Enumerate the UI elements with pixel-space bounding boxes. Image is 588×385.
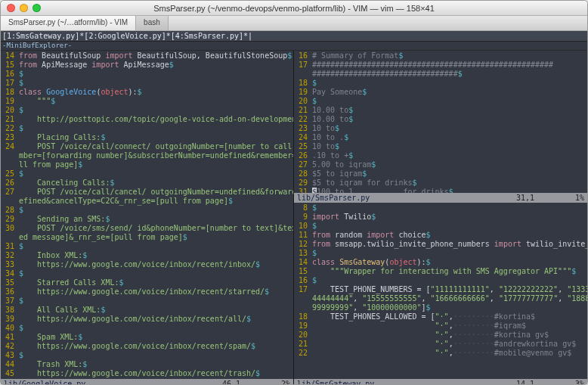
status-right-top: lib/SmsParser.py 31,1 1% (294, 193, 587, 203)
code-line: 25$ (1, 169, 293, 179)
line-text: $ (19, 169, 293, 179)
code-line: mber=[forwarding number]&subscriberNumbe… (1, 151, 293, 160)
line-text: .10 to +$ (312, 151, 587, 160)
line-text: $ (19, 269, 293, 278)
code-line: 19 "·",·········#iqram$ (294, 321, 587, 331)
code-line: 99999999", "10000000000"]$ (294, 303, 587, 312)
window-title: SmsParser.py (~/venmo-devops/venmo-platf… (153, 4, 435, 13)
code-line: 15from ApiMessage import ApiMessage$ (1, 61, 293, 70)
tab-bash[interactable]: bash (136, 16, 169, 30)
line-text: class SmsGateway(object):$ (312, 258, 587, 267)
line-text: $ (312, 276, 587, 285)
line-text: http://posttopic.com/topic/google-voice-… (19, 115, 293, 124)
line-number: 9 (294, 213, 312, 222)
line-number: 22 (294, 349, 312, 358)
line-number: 35 (1, 278, 19, 287)
line-text: $5 to iqram$ (312, 169, 587, 179)
pane-right-bottom[interactable]: 8$9import Twilio$10$11from random import… (294, 203, 587, 384)
line-number: 17 (294, 285, 312, 294)
line-number: 43 (1, 351, 19, 360)
line-text: All Calls XML:$ (19, 306, 293, 315)
code-line: 18class GoogleVoice(object):$ (1, 88, 293, 97)
line-text: 99999999", "10000000000"]$ (312, 303, 587, 312)
status-left: lib/GoogleVoice.py 46,1 2% (1, 379, 293, 384)
code-smsgateway[interactable]: 8$9import Twilio$10$11from random import… (294, 203, 587, 379)
code-line: 37$ (1, 297, 293, 306)
code-line: 21 http://posttopic.com/topic/google-voi… (1, 115, 293, 124)
line-number: 42 (1, 342, 19, 351)
line-number: 10 (294, 222, 312, 231)
terminal-content[interactable]: [1:SmsGateway.py]*[2:GoogleVoice.py]*[4:… (1, 31, 587, 384)
pane-right-top[interactable]: 16# Summary of Format$17################… (294, 51, 587, 203)
code-line: 18 TEST_PHONES_ALLOWED = ["·",·········#… (294, 312, 587, 321)
code-line: 19 """$ (1, 97, 293, 106)
code-line: 32 Inbox XML:$ (1, 251, 293, 260)
status-file: lib/GoogleVoice.py (4, 380, 222, 384)
line-number (1, 197, 19, 206)
line-number: 17 (1, 79, 19, 88)
line-text: TEST_PHONES_ALLOWED = ["·",·········#kor… (312, 312, 587, 321)
line-number: 40 (1, 324, 19, 333)
line-number: 26 (1, 179, 19, 188)
line-number: 28 (1, 206, 19, 215)
titlebar[interactable]: SmsParser.py (~/venmo-devops/venmo-platf… (1, 1, 587, 16)
code-line: ll from page]$ (1, 160, 293, 169)
code-smsparser[interactable]: 16# Summary of Format$17################… (294, 51, 587, 193)
line-text: "·",·········#mobile@venmo gv$ (312, 349, 587, 358)
code-line: 23 Placing Calls:$ (1, 133, 293, 142)
code-line: 9import Twilio$ (294, 213, 587, 222)
line-text: from smsapp.twilio_invite_phone_numbers … (312, 240, 587, 249)
code-line: 22 "·",·········#mobile@venmo gv$ (294, 349, 587, 358)
line-text: ed message]&_rnr_se=[pull from page]$ (19, 233, 293, 242)
status-pct: 1% (562, 194, 584, 202)
tab-vim[interactable]: SmsParser.py (~/…atform/lib) - VIM (1, 16, 136, 30)
code-line: 18$ (294, 79, 587, 88)
line-number: 32 (1, 251, 19, 260)
tab-bar: SmsParser.py (~/…atform/lib) - VIM bash (1, 16, 587, 31)
zoom-icon[interactable] (32, 4, 41, 12)
line-text: https://www.google.com/voice/inbox/recen… (19, 369, 293, 378)
status-file: lib/SmsGateway.py (297, 380, 516, 384)
line-number: 22 (294, 115, 312, 124)
code-line: 44 Trash XML:$ (1, 360, 293, 369)
code-line: 31$ (1, 242, 293, 251)
minibuf-explorer: -MiniBufExplorer- (1, 42, 587, 51)
line-number: 27 (1, 188, 19, 197)
line-text: """Wrapper for interacting with SMS Aggr… (312, 267, 587, 276)
code-line: 21 "·",·········#andrewkortina gv$ (294, 340, 587, 349)
code-line: 2510 to$ (294, 142, 587, 151)
line-text: $ (312, 97, 587, 106)
line-text: ########################################… (312, 61, 587, 70)
code-line: 30 POST /voice/sms/send/ id&phoneNumber=… (1, 224, 293, 233)
code-line: 41 Spam XML:$ (1, 333, 293, 342)
line-number (1, 233, 19, 242)
line-number: 36 (1, 287, 19, 297)
buffer-list: [1:SmsGateway.py]*[2:GoogleVoice.py]*[4:… (1, 31, 587, 42)
line-number: 21 (294, 340, 312, 349)
line-text: $ (312, 203, 587, 213)
line-text: $ (19, 351, 293, 360)
code-line: 16$ (294, 276, 587, 285)
line-text: $ (19, 242, 293, 251)
line-number: 18 (1, 88, 19, 97)
line-number: 15 (1, 61, 19, 70)
code-line: 14class SmsGateway(object):$ (294, 258, 587, 267)
line-text: POST /voice/sms/send/ id&phoneNumber=[nu… (19, 224, 293, 233)
code-line: 8$ (294, 203, 587, 213)
line-text: # Summary of Format$ (312, 51, 587, 61)
status-pct: 3% (562, 380, 584, 384)
line-text: "·",·········#andrewkortina gv$ (312, 340, 587, 349)
minimize-icon[interactable] (20, 4, 28, 12)
line-number: 28 (294, 169, 312, 179)
line-number: 19 (1, 97, 19, 106)
line-number: 21 (1, 115, 19, 124)
line-number: 29 (1, 215, 19, 224)
pane-left[interactable]: 14from BeautifulSoup import BeautifulSou… (1, 51, 294, 384)
code-line: 11from random import choice$ (294, 231, 587, 240)
status-right-bottom: lib/SmsGateway.py 14,1 3% (294, 379, 587, 384)
code-line: 19Pay Someone$ (294, 88, 587, 97)
code-googlevoice[interactable]: 14from BeautifulSoup import BeautifulSou… (1, 51, 293, 379)
close-icon[interactable] (7, 4, 15, 12)
line-text: Starred Calls XML:$ (19, 278, 293, 287)
line-number: 19 (294, 321, 312, 331)
